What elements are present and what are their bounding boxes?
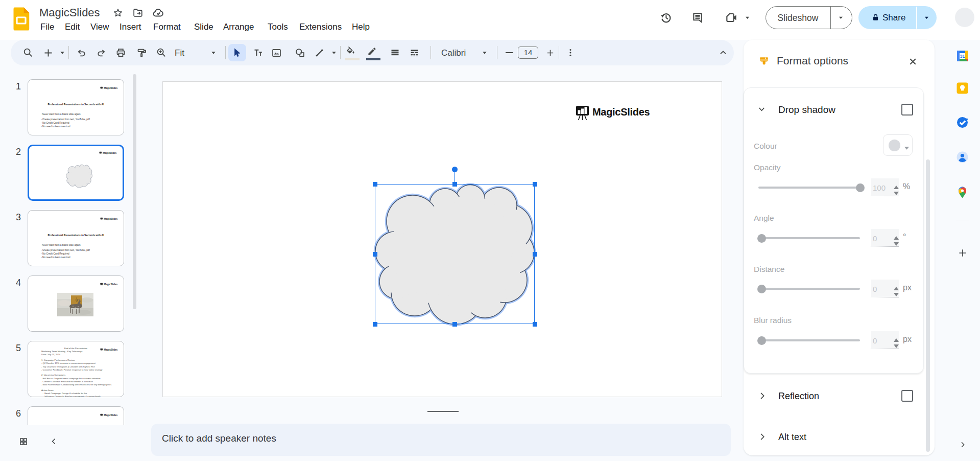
svg-text:31: 31 — [960, 54, 965, 59]
